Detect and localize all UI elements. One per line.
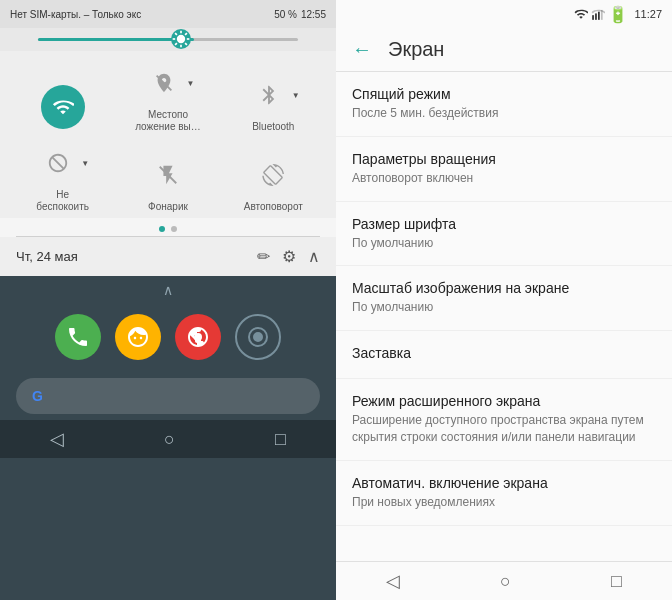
brightness-thumb	[171, 29, 191, 49]
home-screen: ∧	[0, 276, 336, 600]
dnd-tile-icon	[36, 141, 80, 185]
settings-item-rotation[interactable]: Параметры вращения Автоповорот включен	[336, 137, 672, 202]
wifi-status-icon	[574, 7, 588, 21]
svg-rect-14	[593, 15, 595, 20]
back-arrow-button[interactable]: ←	[352, 38, 372, 61]
brightness-track[interactable]	[38, 38, 298, 41]
dnd-tile-with-arrow: ▼	[36, 141, 89, 185]
settings-list: Спящий режим После 5 мин. бездействия Па…	[336, 72, 672, 561]
settings-item-font-size[interactable]: Размер шрифта По умолчанию	[336, 202, 672, 267]
phone-icon	[66, 325, 90, 349]
date-text: Чт, 24 мая	[16, 249, 257, 264]
dot-1	[159, 226, 165, 232]
app-face[interactable]	[115, 314, 161, 360]
brightness-bar[interactable]	[0, 28, 336, 51]
chevron-up-icon[interactable]: ∧	[308, 247, 320, 266]
rotate-label: Автоповорот	[244, 201, 303, 213]
handle-arrow-icon: ∧	[163, 282, 173, 298]
location-tile-icon	[142, 61, 186, 105]
tile-flashlight[interactable]: Фонарик	[123, 153, 213, 213]
display-scale-title: Масштаб изображения на экране	[352, 280, 656, 296]
app-phone[interactable]	[55, 314, 101, 360]
sim-text: Нет SIM-карты. – Только экс	[10, 9, 141, 20]
svg-rect-17	[601, 10, 603, 20]
settings-item-screensaver[interactable]: Заставка	[336, 331, 672, 379]
date-actions: ✏ ⚙ ∧	[257, 247, 320, 266]
app-chrome[interactable]	[175, 314, 221, 360]
nav-bar-right: ◁ ○ □	[336, 561, 672, 600]
brightness-icon	[171, 29, 191, 49]
status-icons-right: 🔋	[574, 5, 628, 24]
svg-rect-15	[596, 13, 598, 19]
home-handle[interactable]: ∧	[0, 276, 336, 302]
back-button-left[interactable]: ◁	[50, 428, 64, 450]
wifi-tile-icon	[41, 85, 85, 129]
app-circle[interactable]	[235, 314, 281, 360]
svg-rect-16	[598, 12, 600, 20]
left-panel: Нет SIM-карты. – Только экс 50 % 12:55	[0, 0, 336, 600]
font-size-subtitle: По умолчанию	[352, 235, 656, 252]
back-button-right[interactable]: ◁	[386, 570, 400, 592]
home-button-left[interactable]: ○	[164, 429, 175, 450]
home-button-right[interactable]: ○	[500, 571, 511, 592]
svg-line-8	[175, 43, 177, 45]
recent-button-right[interactable]: □	[611, 571, 622, 592]
tile-location[interactable]: ▼ Местоположение вы…	[123, 61, 213, 133]
font-size-title: Размер шрифта	[352, 216, 656, 232]
auto-wakeup-subtitle: При новых уведомлениях	[352, 494, 656, 511]
time-right: 11:27	[634, 8, 662, 20]
rotate-icon	[262, 164, 284, 186]
sleep-subtitle: После 5 мин. бездействия	[352, 105, 656, 122]
wifi-icon	[52, 96, 74, 118]
tiles-row-2: ▼ Небеспокоить Фонарик	[10, 141, 326, 213]
screensaver-title: Заставка	[352, 345, 656, 361]
status-bar-right: 🔋 11:27	[336, 0, 672, 28]
dnd-arrow: ▼	[81, 159, 89, 168]
dnd-label: Небеспокоить	[36, 189, 89, 213]
settings-item-auto-wakeup[interactable]: Автоматич. включение экрана При новых ув…	[336, 461, 672, 526]
tile-bluetooth[interactable]: ▼ Bluetooth	[228, 73, 318, 133]
google-g: G	[32, 388, 43, 404]
date-row: Чт, 24 мая ✏ ⚙ ∧	[0, 237, 336, 276]
flashlight-label: Фонарик	[148, 201, 188, 213]
dot-2	[171, 226, 177, 232]
sleep-title: Спящий режим	[352, 86, 656, 102]
dnd-icon	[47, 152, 69, 174]
face-icon	[126, 325, 150, 349]
flashlight-tile-icon	[146, 153, 190, 197]
extended-mode-subtitle: Расширение доступного пространства экран…	[352, 412, 656, 446]
extended-mode-title: Режим расширенного экрана	[352, 393, 656, 409]
app-icons-row	[0, 302, 336, 372]
right-panel: 🔋 11:27 ← Экран Спящий режим После 5 мин…	[336, 0, 672, 600]
status-right-icons: 50 % 12:55	[274, 9, 326, 20]
battery-text: 50 %	[274, 9, 297, 20]
location-tile-with-arrow: ▼	[142, 61, 195, 105]
bluetooth-tile-icon	[247, 73, 291, 117]
nav-bar-left: ◁ ○ □	[0, 420, 336, 458]
location-arrow: ▼	[187, 79, 195, 88]
bluetooth-icon	[258, 84, 280, 106]
settings-item-display-scale[interactable]: Масштаб изображения на экране По умолчан…	[336, 266, 672, 331]
tile-wifi[interactable]	[18, 85, 108, 133]
settings-item-sleep[interactable]: Спящий режим После 5 мин. бездействия	[336, 72, 672, 137]
display-scale-subtitle: По умолчанию	[352, 299, 656, 316]
settings-header: ← Экран	[336, 28, 672, 72]
rotation-subtitle: Автоповорот включен	[352, 170, 656, 187]
svg-line-6	[185, 43, 187, 45]
rotation-title: Параметры вращения	[352, 151, 656, 167]
tile-dnd[interactable]: ▼ Небеспокоить	[18, 141, 108, 213]
time-left: 12:55	[301, 9, 326, 20]
settings-title: Экран	[388, 38, 444, 61]
location-icon	[153, 72, 175, 94]
settings-icon[interactable]: ⚙	[282, 247, 296, 266]
bluetooth-tile-with-arrow: ▼	[247, 73, 300, 117]
search-bar[interactable]: G	[16, 378, 320, 414]
tile-rotate[interactable]: Автоповорот	[228, 153, 318, 213]
pagination-dots	[0, 218, 336, 236]
location-label: Местоположение вы…	[135, 109, 201, 133]
edit-icon[interactable]: ✏	[257, 247, 270, 266]
recent-button-left[interactable]: □	[275, 429, 286, 450]
settings-item-extended-mode[interactable]: Режим расширенного экрана Расширение дос…	[336, 379, 672, 461]
svg-line-7	[185, 33, 187, 35]
svg-point-0	[177, 35, 185, 43]
